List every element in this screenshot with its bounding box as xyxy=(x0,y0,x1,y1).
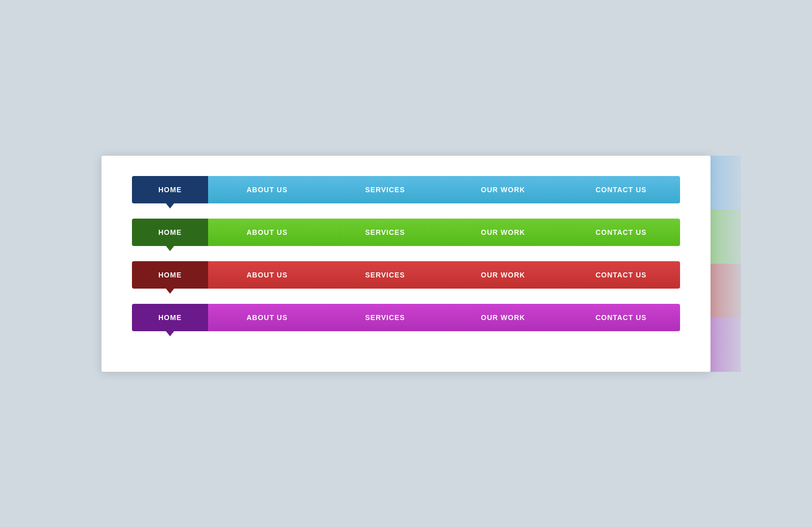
navbar-blue-home-label: HOME xyxy=(158,186,182,194)
navbar-purple-items: ABOUT US SERVICES OUR WORK CONTACT US xyxy=(208,304,680,331)
navbar-red-home-label: HOME xyxy=(158,271,182,279)
navbar-green-contact[interactable]: CONTACT US xyxy=(562,219,681,246)
navbar-blue-items: ABOUT US SERVICES OUR WORK CONTACT US xyxy=(208,176,680,203)
navbar-blue: HOME ABOUT US SERVICES OUR WORK CONTACT … xyxy=(132,176,680,203)
strip-red xyxy=(710,264,741,318)
navbar-purple-home-label: HOME xyxy=(158,313,182,322)
strip-blue xyxy=(710,156,741,210)
navbar-purple-services[interactable]: SERVICES xyxy=(326,304,445,331)
navbar-green-home[interactable]: HOME xyxy=(132,219,208,246)
strip-purple xyxy=(710,318,741,372)
navbar-blue-home[interactable]: HOME xyxy=(132,176,208,203)
navbar-purple-ourwork[interactable]: OUR WORK xyxy=(444,304,562,331)
navbar-green-services[interactable]: SERVICES xyxy=(326,219,445,246)
navbar-green: HOME ABOUT US SERVICES OUR WORK CONTACT … xyxy=(132,219,680,246)
navbar-blue-services[interactable]: SERVICES xyxy=(326,176,445,203)
navbar-red: HOME ABOUT US SERVICES OUR WORK CONTACT … xyxy=(132,261,680,289)
navbar-purple: HOME ABOUT US SERVICES OUR WORK CONTACT … xyxy=(132,304,680,331)
side-strips xyxy=(710,156,741,372)
navbar-blue-ourwork[interactable]: OUR WORK xyxy=(444,176,562,203)
navbar-purple-home[interactable]: HOME xyxy=(132,304,208,331)
outer-wrapper: HOME ABOUT US SERVICES OUR WORK CONTACT … xyxy=(101,156,710,372)
strip-green xyxy=(710,209,741,264)
main-panel: HOME ABOUT US SERVICES OUR WORK CONTACT … xyxy=(101,156,710,372)
navbar-red-items: ABOUT US SERVICES OUR WORK CONTACT US xyxy=(208,261,680,289)
navbar-purple-about[interactable]: ABOUT US xyxy=(208,304,326,331)
navbar-blue-about[interactable]: ABOUT US xyxy=(208,176,326,203)
navbar-red-about[interactable]: ABOUT US xyxy=(208,261,326,289)
navbar-green-about[interactable]: ABOUT US xyxy=(208,219,326,246)
navbar-purple-contact[interactable]: CONTACT US xyxy=(562,304,681,331)
navbar-green-ourwork[interactable]: OUR WORK xyxy=(444,219,562,246)
navbar-red-services[interactable]: SERVICES xyxy=(326,261,445,289)
navbar-red-ourwork[interactable]: OUR WORK xyxy=(444,261,562,289)
navbar-green-items: ABOUT US SERVICES OUR WORK CONTACT US xyxy=(208,219,680,246)
navbar-red-contact[interactable]: CONTACT US xyxy=(562,261,681,289)
navbar-blue-contact[interactable]: CONTACT US xyxy=(562,176,681,203)
navbar-green-home-label: HOME xyxy=(158,228,182,236)
navbar-red-home[interactable]: HOME xyxy=(132,261,208,289)
